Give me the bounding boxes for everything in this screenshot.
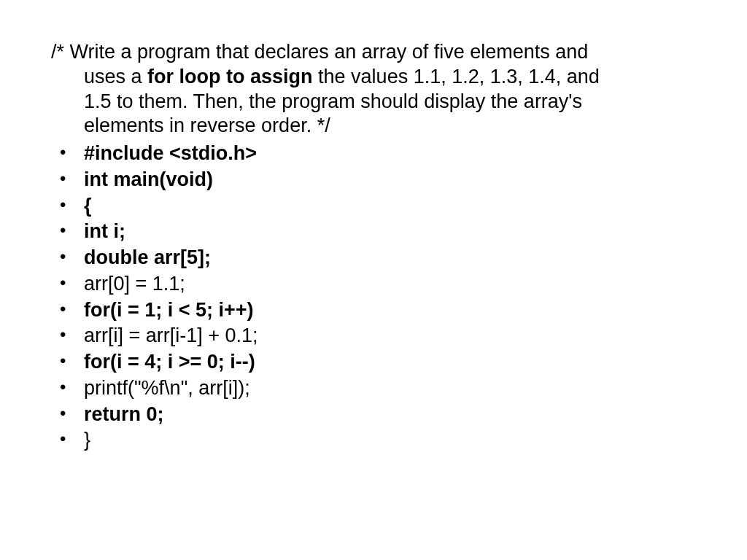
list-item: double arr[5]; xyxy=(51,246,696,271)
list-item: #include <stdio.h> xyxy=(51,141,696,166)
code-main-decl: int main(void) xyxy=(84,168,213,190)
list-item: { xyxy=(51,194,696,219)
list-item: for(i = 4; i >= 0; i--) xyxy=(51,350,696,375)
code-arr-init: arr[0] = 1.1; xyxy=(84,273,185,295)
list-item: int main(void) xyxy=(51,168,696,192)
code-printf: printf("%f\n", arr[i]); xyxy=(84,377,250,399)
comment-block: /* Write a program that declares an arra… xyxy=(51,40,696,139)
list-item: int i; xyxy=(51,219,696,244)
list-item: arr[0] = 1.1; xyxy=(51,272,696,297)
code-double-arr: double arr[5]; xyxy=(84,246,211,268)
code-for1: for(i = 1; i < 5; i++) xyxy=(84,299,254,321)
list-item: arr[i] = arr[i-1] + 0.1; xyxy=(51,324,696,349)
list-item: printf("%f\n", arr[i]); xyxy=(51,376,696,401)
list-item: for(i = 1; i < 5; i++) xyxy=(51,298,696,323)
comment-line-2: uses a for loop to assign the values 1.1… xyxy=(51,65,696,90)
comment-text-part2: the values 1.1, 1.2, 1.3, 1.4, and xyxy=(313,66,600,88)
comment-text-part1: uses a xyxy=(84,66,147,88)
code-open-brace: { xyxy=(84,195,92,217)
code-include: #include <stdio.h> xyxy=(84,142,257,164)
code-return: return 0; xyxy=(84,403,164,425)
comment-line-3: 1.5 to them. Then, the program should di… xyxy=(51,90,696,114)
code-list: #include <stdio.h> int main(void) { int … xyxy=(51,141,696,453)
list-item: } xyxy=(51,428,696,453)
comment-bold-phrase: for loop to assign xyxy=(147,66,313,88)
code-close-brace: } xyxy=(84,429,90,451)
code-int-i: int i; xyxy=(84,220,125,242)
comment-line-1: /* Write a program that declares an arra… xyxy=(51,40,696,65)
list-item: return 0; xyxy=(51,402,696,427)
comment-line-4: elements in reverse order. */ xyxy=(51,114,696,139)
code-for2: for(i = 4; i >= 0; i--) xyxy=(84,351,255,373)
code-arr-assign: arr[i] = arr[i-1] + 0.1; xyxy=(84,324,258,346)
